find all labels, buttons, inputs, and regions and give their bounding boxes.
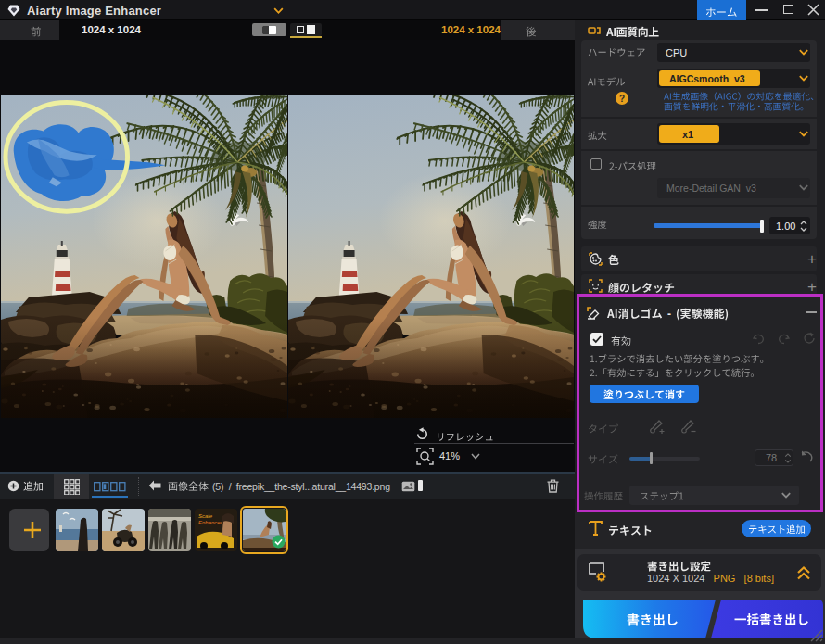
svg-text:?: ? bbox=[619, 94, 625, 104]
svg-text:Scale: Scale bbox=[198, 513, 213, 519]
svg-text:Enhancer: Enhancer bbox=[198, 520, 223, 525]
